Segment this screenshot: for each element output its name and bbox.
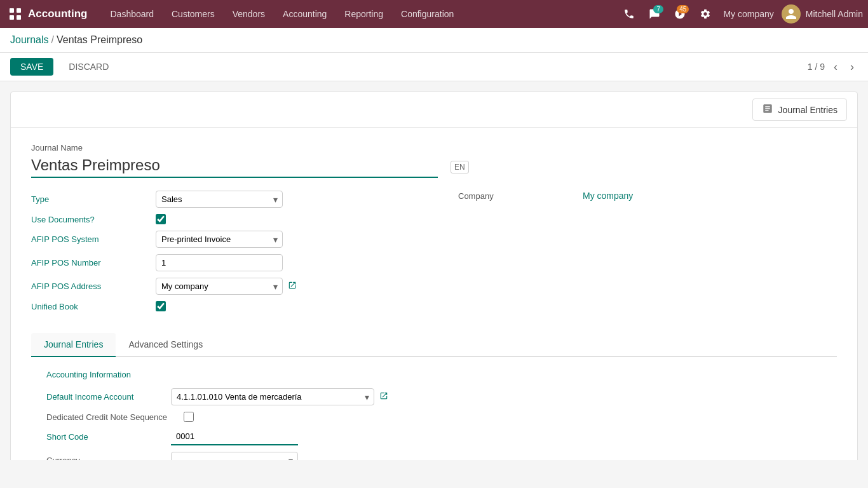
activity-icon[interactable]: 45 bbox=[670, 4, 690, 24]
activity-badge: 45 bbox=[677, 5, 689, 13]
prev-page-button[interactable]: ‹ bbox=[830, 59, 841, 75]
short-code-label: Short Code bbox=[46, 432, 161, 442]
afip-pos-address-row: AFIP POS Address My company bbox=[31, 278, 438, 295]
card-header: Journal Entries bbox=[11, 92, 857, 128]
afip-pos-number-row: AFIP POS Number bbox=[31, 254, 438, 271]
afip-pos-address-external-link-icon[interactable] bbox=[288, 281, 297, 292]
type-label: Type bbox=[31, 194, 146, 204]
dedicated-credit-note-row: Dedicated Credit Note Sequence bbox=[46, 412, 822, 422]
settings-icon[interactable] bbox=[695, 4, 715, 24]
menu-customers[interactable]: Customers bbox=[164, 5, 222, 23]
unified-book-row: Unified Book bbox=[31, 301, 438, 311]
tab-content: Accounting Information Default Income Ac… bbox=[31, 357, 837, 460]
main-content: Journal Entries Journal Name EN bbox=[0, 81, 868, 460]
menu-vendors[interactable]: Vendors bbox=[225, 5, 273, 23]
app-brand[interactable]: Accounting bbox=[28, 8, 88, 20]
breadcrumb-parent[interactable]: Journals bbox=[10, 34, 48, 46]
company-row: Company My company bbox=[458, 191, 837, 201]
journal-name-label: Journal Name bbox=[31, 143, 837, 152]
next-page-button[interactable]: › bbox=[846, 59, 858, 75]
grid-icon[interactable] bbox=[5, 4, 25, 24]
breadcrumb: Journals / Ventas Preimpreso bbox=[10, 34, 142, 46]
default-income-account-select[interactable]: 4.1.1.01.010 Venta de mercadería bbox=[171, 388, 374, 405]
left-fields: Type Sales Use Documents? bbox=[31, 191, 438, 318]
company-label: Company bbox=[458, 191, 573, 201]
chat-icon[interactable]: 7 bbox=[644, 4, 665, 24]
currency-row: Currency bbox=[46, 452, 822, 460]
svg-rect-2 bbox=[10, 15, 14, 20]
default-income-account-select-wrapper: 4.1.1.01.010 Venta de mercadería bbox=[171, 388, 374, 405]
unified-book-checkbox[interactable] bbox=[156, 301, 166, 311]
phone-icon[interactable] bbox=[619, 4, 639, 24]
topnav-right: 7 45 My company Mitchell Admin bbox=[619, 4, 863, 24]
discard-button[interactable]: DISCARD bbox=[58, 58, 119, 76]
default-income-account-label: Default Income Account bbox=[46, 392, 161, 402]
journal-name-input[interactable] bbox=[31, 156, 438, 178]
type-row: Type Sales bbox=[31, 191, 438, 208]
dedicated-credit-note-label: Dedicated Credit Note Sequence bbox=[46, 412, 173, 422]
currency-select-wrapper bbox=[171, 452, 298, 460]
journal-entries-label: Journal Entries bbox=[778, 105, 837, 115]
tab-advanced-settings[interactable]: Advanced Settings bbox=[116, 333, 215, 357]
short-code-input[interactable] bbox=[171, 428, 298, 445]
journal-entries-button[interactable]: Journal Entries bbox=[752, 98, 847, 121]
section-title: Accounting Information bbox=[46, 370, 822, 379]
username-display[interactable]: Mitchell Admin bbox=[806, 9, 863, 19]
afip-pos-address-label: AFIP POS Address bbox=[31, 281, 146, 291]
afip-pos-address-select-wrapper: My company bbox=[156, 278, 283, 295]
company-selector[interactable]: My company bbox=[723, 9, 773, 19]
afip-pos-system-row: AFIP POS System Pre-printed Invoice bbox=[31, 231, 438, 248]
save-button[interactable]: SAVE bbox=[10, 58, 53, 76]
pagination-info: 1 / 9 bbox=[808, 62, 825, 72]
pagination: 1 / 9 ‹ › bbox=[808, 59, 858, 75]
top-menu: Dashboard Customers Vendors Accounting R… bbox=[103, 5, 620, 23]
type-select-wrapper: Sales bbox=[156, 191, 283, 208]
afip-pos-address-select[interactable]: My company bbox=[156, 278, 283, 295]
use-documents-label: Use Documents? bbox=[31, 215, 146, 224]
journal-name-section: Journal Name EN bbox=[31, 143, 837, 178]
breadcrumb-bar: Journals / Ventas Preimpreso bbox=[0, 28, 868, 53]
right-fields: Company My company bbox=[438, 191, 837, 318]
journal-entries-icon bbox=[762, 103, 773, 116]
currency-label: Currency bbox=[46, 456, 161, 460]
top-navigation: Accounting Dashboard Customers Vendors A… bbox=[0, 0, 868, 28]
tab-journal-entries[interactable]: Journal Entries bbox=[31, 333, 116, 357]
svg-rect-1 bbox=[17, 8, 21, 13]
form-fields: Type Sales Use Documents? bbox=[31, 191, 837, 318]
menu-reporting[interactable]: Reporting bbox=[337, 5, 391, 23]
currency-select[interactable] bbox=[171, 452, 298, 460]
use-documents-checkbox[interactable] bbox=[156, 214, 166, 224]
user-avatar[interactable] bbox=[782, 4, 801, 24]
form-card: Journal Entries Journal Name EN bbox=[10, 92, 858, 460]
tabs: Journal Entries Advanced Settings bbox=[31, 333, 837, 357]
afip-pos-number-input[interactable] bbox=[156, 254, 283, 271]
short-code-row: Short Code bbox=[46, 428, 822, 445]
action-bar: SAVE DISCARD 1 / 9 ‹ › bbox=[0, 53, 868, 81]
type-select[interactable]: Sales bbox=[156, 191, 283, 208]
svg-rect-3 bbox=[17, 15, 21, 20]
menu-configuration[interactable]: Configuration bbox=[393, 5, 461, 23]
default-income-account-external-link-icon[interactable] bbox=[379, 391, 388, 402]
breadcrumb-separator: / bbox=[51, 34, 53, 46]
lang-badge[interactable]: EN bbox=[451, 161, 469, 173]
default-income-account-row: Default Income Account 4.1.1.01.010 Vent… bbox=[46, 388, 822, 405]
svg-rect-0 bbox=[10, 8, 14, 13]
afip-pos-system-label: AFIP POS System bbox=[31, 234, 146, 244]
menu-dashboard[interactable]: Dashboard bbox=[103, 5, 162, 23]
menu-accounting[interactable]: Accounting bbox=[275, 5, 334, 23]
use-documents-row: Use Documents? bbox=[31, 214, 438, 224]
unified-book-label: Unified Book bbox=[31, 302, 146, 311]
afip-pos-number-label: AFIP POS Number bbox=[31, 258, 146, 268]
company-value[interactable]: My company bbox=[583, 191, 633, 201]
afip-pos-system-select-wrapper: Pre-printed Invoice bbox=[156, 231, 283, 248]
form-body: Journal Name EN Type bbox=[11, 128, 857, 460]
dedicated-credit-note-checkbox[interactable] bbox=[184, 412, 194, 422]
afip-pos-system-select[interactable]: Pre-printed Invoice bbox=[156, 231, 283, 248]
chat-badge: 7 bbox=[653, 5, 663, 13]
breadcrumb-current: Ventas Preimpreso bbox=[57, 34, 142, 46]
